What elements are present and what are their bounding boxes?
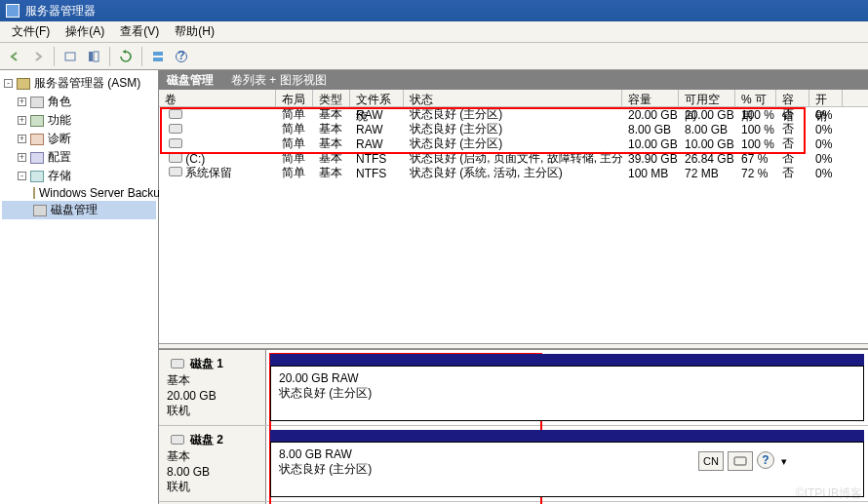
- backup-icon: [33, 187, 35, 199]
- volume-row[interactable]: 系统保留简单基本NTFS状态良好 (系统, 活动, 主分区)100 MB72 M…: [159, 166, 868, 180]
- refresh-button[interactable]: [115, 46, 137, 67]
- separator: [109, 47, 110, 66]
- svg-rect-0: [65, 53, 75, 60]
- expand-icon[interactable]: +: [18, 153, 26, 162]
- volume-list: 简单基本RAW状态良好 (主分区)20.00 GB20.00 GB100 %否0…: [159, 107, 868, 188]
- partition-stripe: [270, 430, 864, 442]
- disk-icon: [171, 359, 184, 368]
- disk-label[interactable]: 磁盘 2基本8.00 GB联机: [159, 426, 266, 501]
- col-type[interactable]: 类型: [313, 90, 350, 106]
- graphical-view: 磁盘 1基本20.00 GB联机20.00 GB RAW状态良好 (主分区)磁盘…: [159, 349, 868, 505]
- panel-subtitle: 卷列表 + 图形视图: [231, 72, 327, 89]
- drive-icon: [169, 124, 182, 134]
- svg-rect-4: [153, 58, 163, 61]
- collapse-icon[interactable]: -: [4, 79, 13, 88]
- volume-row[interactable]: 简单基本RAW状态良好 (主分区)20.00 GB20.00 GB100 %否0…: [159, 107, 868, 122]
- col-free[interactable]: 可用空间: [679, 90, 735, 106]
- server-icon: [17, 78, 30, 90]
- drive-icon: [169, 153, 182, 163]
- drive-icon: [169, 167, 182, 176]
- ime-lang-button[interactable]: CN: [698, 451, 724, 471]
- tree-diagnostics[interactable]: +诊断: [2, 130, 156, 148]
- features-icon: [30, 115, 44, 127]
- svg-rect-2: [94, 52, 99, 61]
- tool-bar: ?: [0, 43, 868, 70]
- tree-panel: -服务器管理器 (ASM) +角色 +功能 +诊断 +配置 -存储 Window…: [0, 70, 159, 504]
- col-pct[interactable]: % 可用: [735, 90, 776, 106]
- col-status[interactable]: 状态: [404, 90, 622, 106]
- separator: [54, 47, 55, 66]
- ime-keyboard-button[interactable]: [728, 451, 753, 471]
- ime-status: CN ? ▾: [698, 451, 790, 471]
- diag-icon: [30, 134, 44, 145]
- menu-bar: 文件(F) 操作(A) 查看(V) 帮助(H): [0, 21, 868, 43]
- collapse-icon[interactable]: -: [18, 172, 26, 180]
- drive-icon: [169, 138, 182, 148]
- tool-btn-1[interactable]: [59, 46, 81, 67]
- col-overhead[interactable]: 开销: [809, 90, 843, 106]
- view-options-button[interactable]: [147, 46, 169, 67]
- col-fault[interactable]: 容错: [776, 90, 809, 106]
- tree-features[interactable]: +功能: [2, 111, 156, 130]
- volume-row[interactable]: 简单基本RAW状态良好 (主分区)8.00 GB8.00 GB100 %否0%: [159, 122, 868, 136]
- menu-help[interactable]: 帮助(H): [167, 20, 222, 43]
- config-icon: [30, 152, 44, 164]
- watermark: ©ITPUB博客: [796, 485, 862, 502]
- ime-menu-button[interactable]: ▾: [778, 451, 790, 471]
- disk-label[interactable]: 磁盘 1基本20.00 GB联机: [159, 350, 266, 425]
- volume-row[interactable]: 简单基本RAW状态良好 (主分区)10.00 GB10.00 GB100 %否0…: [159, 136, 868, 151]
- tree-backup[interactable]: Windows Server Backup: [2, 185, 156, 201]
- svg-rect-1: [89, 52, 93, 61]
- volume-list-header: 卷 布局 类型 文件系统 状态 容量 可用空间 % 可用 容错 开销: [159, 90, 868, 107]
- forward-button[interactable]: [27, 46, 49, 67]
- disk-icon: [33, 205, 47, 216]
- panel-header: 磁盘管理 卷列表 + 图形视图: [159, 70, 868, 90]
- tree-root[interactable]: -服务器管理器 (ASM): [2, 74, 156, 93]
- tree-config[interactable]: +配置: [2, 148, 156, 167]
- menu-file[interactable]: 文件(F): [4, 20, 58, 43]
- partition-stripe: [270, 354, 864, 366]
- col-layout[interactable]: 布局: [276, 90, 313, 106]
- expand-icon[interactable]: +: [18, 116, 26, 125]
- tree-storage[interactable]: -存储: [2, 167, 156, 185]
- svg-rect-7: [734, 457, 746, 465]
- app-title: 服务器管理器: [25, 3, 96, 19]
- help-button[interactable]: ?: [171, 46, 192, 67]
- ime-help-button[interactable]: ?: [757, 451, 774, 469]
- expand-icon[interactable]: +: [18, 97, 26, 106]
- svg-rect-3: [153, 52, 163, 56]
- col-capacity[interactable]: 容量: [622, 90, 679, 106]
- menu-view[interactable]: 查看(V): [112, 20, 167, 43]
- title-bar: 服务器管理器: [0, 0, 868, 21]
- col-volume[interactable]: 卷: [159, 90, 276, 106]
- tool-btn-2[interactable]: [83, 46, 104, 67]
- drive-icon: [169, 109, 182, 119]
- roles-icon: [30, 97, 44, 108]
- volume-row[interactable]: (C:)简单基本NTFS状态良好 (启动, 页面文件, 故障转储, 主分区)39…: [159, 151, 868, 166]
- app-icon: [6, 4, 20, 18]
- back-button[interactable]: [4, 46, 25, 67]
- svg-text:?: ?: [178, 50, 184, 62]
- col-fs[interactable]: 文件系统: [350, 90, 404, 106]
- disk-icon: [171, 435, 184, 445]
- tree-roles[interactable]: +角色: [2, 93, 156, 111]
- tree-disk-management[interactable]: 磁盘管理: [2, 201, 156, 219]
- disk-row: 磁盘 1基本20.00 GB联机20.00 GB RAW状态良好 (主分区): [159, 350, 868, 426]
- separator: [141, 47, 142, 66]
- disk-partition-bar: 20.00 GB RAW状态良好 (主分区): [266, 350, 868, 425]
- partition-box[interactable]: 20.00 GB RAW状态良好 (主分区): [270, 366, 864, 421]
- storage-icon: [30, 171, 44, 182]
- menu-action[interactable]: 操作(A): [58, 20, 112, 43]
- panel-title: 磁盘管理: [167, 72, 214, 89]
- expand-icon[interactable]: +: [18, 135, 26, 143]
